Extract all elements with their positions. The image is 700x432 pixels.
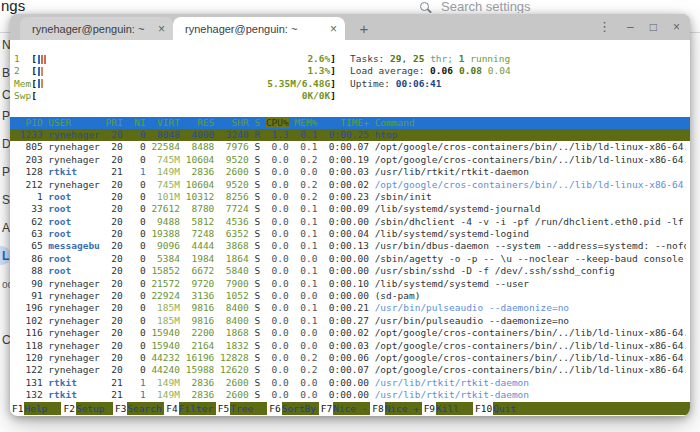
process-row[interactable]: 203 rynehager 20 0 745M 10604 9520 S 0.0… [14,154,686,166]
cell-command: /opt/google/cros-containers/bin/../lib/l… [375,364,686,375]
cell-shr: 2600 [220,389,249,400]
cell-s: S [254,315,260,326]
cell-time: 0:00.07 [323,364,369,375]
process-row[interactable]: 102 rynehager 20 0 185M 9816 8400 S 0.0 … [14,315,686,327]
col-res: RES [186,117,215,128]
cell-user: rtkit [48,166,99,177]
maximize-button[interactable]: □ [650,21,657,33]
cell-res: 8488 [186,141,215,152]
process-row[interactable]: 65 messagebu 20 0 9096 4444 3868 S 0.0 0… [14,240,686,252]
meter-swp: Swp[0K/0K] [14,90,336,102]
process-row[interactable]: 118 rynehager 20 0 15940 2164 1832 S 0.0… [14,340,686,352]
settings-nav-item-fragment[interactable]: P [2,165,10,179]
fkey-F4[interactable]: F4Filter [164,402,215,415]
process-row[interactable]: 212 rynehager 20 0 745M 10604 9520 S 0.0… [14,179,686,191]
process-row[interactable]: 131 rtkit 21 1 149M 2836 2600 S 0.0 0.0 … [14,377,686,389]
load-2: 0.08 [459,65,482,76]
cell-pid: 62 [14,216,43,227]
load-1: 0.06 [430,65,453,76]
cell-pid: 212 [14,179,43,190]
meter-bar [38,79,40,88]
terminal-body[interactable]: 1 [2.6%]2 [1.3%]Mem[5.35M/6.48G]Swp[0K/0… [10,40,690,416]
settings-search[interactable]: Search settings [420,0,531,13]
close-button[interactable]: × [673,21,680,33]
process-row[interactable]: 120 rynehager 20 0 44232 16196 12828 S 0… [14,352,686,364]
cell-command: /lib/systemd/systemd-logind [375,228,529,239]
cell-virt: 22924 [151,290,180,301]
meter-1: 1 [2.6%] [14,53,336,65]
cell-command: /lib/systemd/systemd --user [375,278,529,289]
process-table-header[interactable]: PID USER PRI NI VIRT RES SHR S CPU% MEM%… [10,117,690,129]
tab-strip: rynehager@penguin: ~ × rynehager@penguin… [10,14,690,40]
cell-shr: 3240 [220,129,249,140]
fkey-F9[interactable]: F9Kill [422,402,473,415]
cell-s: S [254,203,260,214]
process-row[interactable]: 132 rtkit 21 1 149M 2836 2600 S 0.0 0.0 … [14,389,686,401]
settings-nav-item-fragment[interactable]: L [2,249,9,263]
process-row[interactable]: 116 rynehager 20 0 15940 2200 1868 S 0.0… [14,327,686,339]
cell-s: S [254,228,260,239]
cell-res: 2836 [186,389,215,400]
cell-shr: 7900 [220,278,249,289]
cell-cpu: 0.0 [266,340,289,351]
process-row[interactable]: 63 root 20 0 19388 7248 6352 S 0.0 0.1 0… [14,228,686,240]
process-row[interactable]: 1233 rynehager 20 0 8048 4000 3240 R 1.3… [10,129,690,141]
settings-nav-item-fragment[interactable]: A [2,221,10,235]
cell-ni: 0 [128,364,145,375]
cell-s: S [254,389,260,400]
htop-header: 1 [2.6%]2 [1.3%]Mem[5.35M/6.48G]Swp[0K/0… [14,53,686,103]
window-menu-icon[interactable]: ⋮ [598,21,611,33]
cell-mem: 0.1 [295,302,318,313]
tab-terminal-1[interactable]: rynehager@penguin: ~ × [20,17,173,40]
cell-virt: 149M [151,166,180,177]
process-row[interactable]: 196 rynehager 20 0 185M 9816 8400 S 0.0 … [14,302,686,314]
cell-s: S [254,302,260,313]
minimize-button[interactable]: – [627,21,634,33]
process-row[interactable]: 91 rynehager 20 0 22924 3136 1052 S 0.0 … [14,290,686,302]
cell-ni: 0 [128,265,145,276]
fkey-F10[interactable]: F10Quit [473,402,530,415]
cell-command: (sd-pam) [375,290,421,301]
tab-close-icon[interactable]: × [330,24,337,34]
cell-time: 0:00.19 [323,154,369,165]
fkey-F3[interactable]: F3Search [113,402,164,415]
process-row[interactable]: 62 root 20 0 9488 5812 4536 S 0.0 0.1 0:… [14,216,686,228]
tab-terminal-2[interactable]: rynehager@penguin: ~ × [173,17,345,40]
cell-ni: 0 [128,129,145,140]
htop-stats: Tasks: 29, 25 thr; 1 running Load averag… [350,53,511,103]
cell-cpu: 0.0 [266,389,289,400]
col-pid: PID [14,117,43,128]
cell-res: 8780 [186,203,215,214]
process-row[interactable]: 1 root 20 0 101M 10312 8256 S 0.0 0.2 0:… [14,191,686,203]
cell-cpu: 0.0 [266,278,289,289]
fkey-F5[interactable]: F5Tree [216,402,267,415]
cell-ni: 0 [128,352,145,363]
process-row[interactable]: 805 rynehager 20 0 22584 8488 7976 S 0.0… [14,141,686,153]
settings-nav-item-fragment[interactable]: P [2,109,10,123]
cell-cpu: 0.0 [266,253,289,264]
cell-user: root [48,216,99,227]
process-row[interactable]: 33 root 20 0 27612 8780 7724 S 0.0 0.1 0… [14,203,686,215]
process-row[interactable]: 86 root 20 0 5384 1984 1864 S 0.0 0.0 0:… [14,253,686,265]
process-row[interactable]: 88 root 20 0 15852 6672 5840 S 0.0 0.1 0… [14,265,686,277]
cell-time: 0:00.02 [323,179,369,190]
process-row[interactable]: 128 rtkit 21 1 149M 2836 2600 S 0.0 0.0 … [14,166,686,178]
settings-nav-item-fragment[interactable]: B [2,66,10,80]
fkey-F8[interactable]: F8Nice + [370,402,421,415]
fkey-F7[interactable]: F7Nice - [319,402,370,415]
tasks-sep: , [402,53,413,64]
settings-nav-item-fragment[interactable]: S [2,193,10,207]
fkey-F6[interactable]: F6SortBy [267,402,318,415]
process-row[interactable]: 122 rynehager 20 0 44240 15988 12620 S 0… [14,364,686,376]
fkey-F1[interactable]: F1Help [10,402,61,415]
cell-s: S [254,278,260,289]
process-row[interactable]: 90 rynehager 20 0 21572 9720 7900 S 0.0 … [14,278,686,290]
cell-mem: 0.2 [295,352,318,363]
fkey-F2[interactable]: F2Setup [61,402,112,415]
cell-pid: 63 [14,228,43,239]
cell-pri: 20 [106,154,123,165]
terminal-window: rynehager@penguin: ~ × rynehager@penguin… [10,14,690,416]
tab-close-icon[interactable]: × [158,24,165,34]
new-tab-button[interactable]: + [353,17,375,39]
cell-mem: 0.0 [295,327,318,338]
